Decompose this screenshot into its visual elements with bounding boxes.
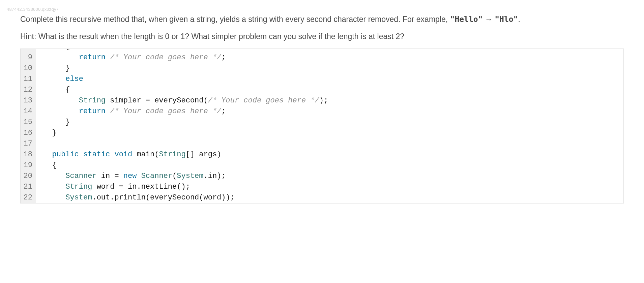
line-number: 13 [23, 95, 32, 106]
line-number: 21 [23, 182, 32, 192]
code-line[interactable]: { [39, 49, 623, 52]
prompt-tail: . [518, 15, 520, 24]
code-editor-viewport[interactable]: 89101112131415161718192021222324 { retur… [21, 49, 623, 203]
problem-statement: Complete this recursive method that, whe… [20, 14, 624, 25]
code-line[interactable]: return /* Your code goes here */; [39, 106, 623, 117]
code-editor-content[interactable]: 89101112131415161718192021222324 { retur… [21, 49, 623, 203]
line-number: 16 [23, 128, 32, 138]
line-number-gutter: 89101112131415161718192021222324 [21, 49, 36, 203]
code-line[interactable] [39, 138, 623, 149]
code-line[interactable]: String simpler = everySecond(/* Your cod… [39, 95, 623, 106]
code-editor[interactable]: 89101112131415161718192021222324 { retur… [20, 49, 624, 203]
arrow-icon: → [482, 15, 495, 24]
line-number: 20 [23, 171, 32, 182]
code-line[interactable]: { [39, 160, 623, 171]
code-line[interactable]: } [39, 128, 623, 138]
line-number: 12 [23, 85, 32, 95]
line-number: 22 [23, 192, 32, 203]
code-line[interactable]: else [39, 74, 623, 85]
code-area[interactable]: { return /* Your code goes here */; } el… [36, 49, 623, 203]
problem-hint: Hint: What is the result when the length… [20, 31, 624, 42]
code-line[interactable]: Scanner in = new Scanner(System.in); [39, 171, 623, 182]
code-line[interactable]: } [39, 63, 623, 74]
code-line[interactable]: System.out.println(everySecond(word)); [39, 192, 623, 203]
line-number: 14 [23, 106, 32, 117]
line-number: 18 [23, 149, 32, 160]
line-number: 8 [23, 49, 32, 52]
prompt-lead: Complete this recursive method that, whe… [20, 15, 450, 24]
exercise-page: 487442.3433600.qx3zqy7 Complete this rec… [0, 0, 644, 203]
code-line[interactable]: { [39, 85, 623, 95]
code-line[interactable]: } [39, 117, 623, 128]
code-line[interactable]: String word = in.nextLine(); [39, 182, 623, 192]
prompt-example-output: "Hlo" [495, 15, 518, 24]
prompt-example-input: "Hello" [450, 15, 483, 24]
line-number: 9 [23, 52, 32, 63]
watermark-id: 487442.3433600.qx3zqy7 [7, 7, 631, 12]
line-number: 11 [23, 74, 32, 85]
code-line[interactable]: return /* Your code goes here */; [39, 52, 623, 63]
line-number: 10 [23, 63, 32, 74]
line-number: 17 [23, 138, 32, 149]
line-number: 19 [23, 160, 32, 171]
line-number: 15 [23, 117, 32, 128]
code-line[interactable]: public static void main(String[] args) [39, 149, 623, 160]
